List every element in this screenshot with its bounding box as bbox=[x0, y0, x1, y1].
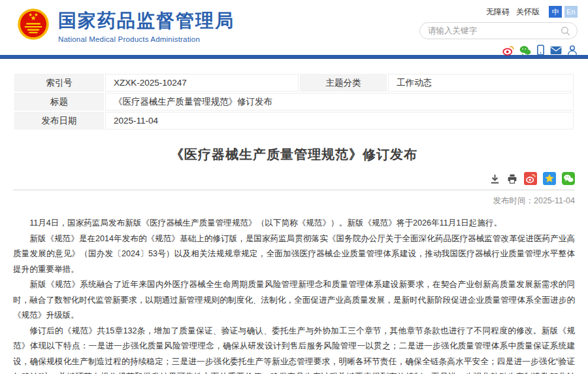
article-title: 《医疗器械生产质量管理规范》修订发布 bbox=[13, 146, 575, 163]
article-paragraph: 11月4日，国家药监局发布新版《医疗器械生产质量管理规范》（以下简称《规范》）。… bbox=[13, 216, 575, 231]
info-label-pubdate: 发布日期 bbox=[14, 112, 104, 129]
info-label-category: 主题分类 bbox=[300, 74, 387, 92]
site-title-en: National Medical Products Administration bbox=[58, 35, 235, 43]
search-input[interactable] bbox=[428, 26, 560, 35]
wechat-icon[interactable] bbox=[519, 45, 531, 56]
publish-time: 发布时间：2025-11-04 bbox=[13, 196, 575, 207]
publish-time-label: 发布时间： bbox=[493, 196, 534, 205]
info-label-title: 标题 bbox=[14, 93, 104, 110]
site-title: 国家药品监督管理局 bbox=[58, 8, 235, 33]
search-box[interactable] bbox=[419, 22, 578, 39]
lang-en-button[interactable]: En bbox=[564, 6, 578, 18]
table-row: 索引号 XZXK-2025-10247 主题分类 工作动态 bbox=[14, 74, 574, 92]
info-value-title: 《医疗器械生产质量管理规范》修订发布 bbox=[105, 93, 574, 110]
brand-text: 国家药品监督管理局 National Medical Products Admi… bbox=[58, 8, 235, 43]
mail-icon[interactable] bbox=[550, 46, 562, 55]
header-right: 无障碍 关怀版 中 En bbox=[419, 6, 578, 56]
article-body: 11月4日，国家药监局发布新版《医疗器械生产质量管理规范》（以下简称《规范》）。… bbox=[13, 216, 575, 374]
site-header: ★ ★ ★ 国家药品监督管理局 National Medical Product… bbox=[0, 0, 588, 55]
header-social-icons bbox=[419, 44, 578, 56]
table-row: 标题 《医疗器械生产质量管理规范》修订发布 bbox=[14, 93, 574, 110]
publish-time-value: 2025-11-04 bbox=[534, 196, 575, 205]
user-icon[interactable] bbox=[567, 44, 578, 56]
mobile-icon[interactable] bbox=[536, 44, 545, 56]
document-info-table: 索引号 XZXK-2025-10247 主题分类 工作动态 标题 《医疗器械生产… bbox=[13, 73, 575, 131]
article-paragraph: 新版《规范》是在2014年发布的《规范》基础上的修订版，是国家药监局贯彻落实《国… bbox=[13, 231, 575, 278]
info-value-category: 工作动态 bbox=[388, 74, 574, 92]
national-emblem-icon: ★ ★ ★ bbox=[17, 7, 50, 44]
care-version-link[interactable]: 关怀版 bbox=[516, 7, 540, 18]
download-icon[interactable] bbox=[489, 173, 500, 184]
svg-text:★: ★ bbox=[31, 14, 37, 22]
info-value-index: XZXK-2025-10247 bbox=[105, 74, 299, 92]
qzone-share-icon[interactable] bbox=[543, 172, 556, 185]
lang-zh-button[interactable]: 中 bbox=[549, 6, 562, 18]
search-icon[interactable] bbox=[560, 26, 571, 37]
document-page: 索引号 XZXK-2025-10247 主题分类 工作动态 标题 《医疗器械生产… bbox=[0, 59, 588, 374]
info-label-index: 索引号 bbox=[14, 74, 104, 92]
info-value-pubdate: 2025-11-04 bbox=[105, 112, 574, 129]
share-toolbar bbox=[13, 172, 575, 190]
wechat-share-icon[interactable] bbox=[562, 172, 575, 185]
weibo-share-icon[interactable] bbox=[524, 172, 537, 185]
site-logo-link[interactable]: ★ ★ ★ 国家药品监督管理局 National Medical Product… bbox=[17, 7, 235, 44]
weibo-icon[interactable] bbox=[502, 45, 514, 56]
accessibility-link[interactable]: 无障碍 bbox=[486, 7, 510, 18]
table-row: 发布日期 2025-11-04 bbox=[14, 112, 574, 129]
top-links: 无障碍 关怀版 中 En bbox=[419, 6, 578, 18]
article-paragraph: 新版《规范》系统融合了近年来国内外医疗器械全生命周期质量风险管理新理念和质量管理… bbox=[13, 277, 575, 324]
print-icon[interactable] bbox=[506, 173, 518, 184]
article-paragraph: 修订后的《规范》共15章132条，增加了质量保证、验证与确认、委托生产与外协加工… bbox=[13, 324, 575, 374]
